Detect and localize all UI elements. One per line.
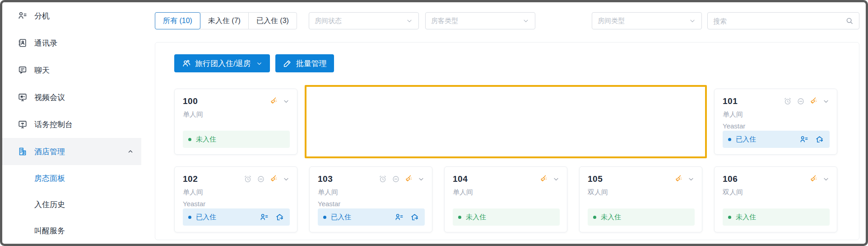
chevron-down-icon[interactable] [687,175,695,183]
status-badge: 未入住 [723,208,830,226]
room-grid: 100 单人间 未入住 101 [174,89,837,246]
room-number: 104 [453,174,468,184]
status-dot [323,216,326,219]
cleaning-broom-icon [269,97,279,106]
status-actions [799,135,824,144]
room-card[interactable]: 104 单人间 未入住 [444,166,567,232]
room-type: 单人间 [318,188,425,197]
sidebar-item-hotel-management[interactable]: 酒店管理 [2,138,141,165]
room-type: 单人间 [453,188,560,197]
guest-extension-icon[interactable] [260,213,269,222]
sidebar-subitem-checkin-history[interactable]: 入住历史 [2,191,141,218]
batch-manage-button[interactable]: 批量管理 [275,54,334,72]
chevron-up-icon[interactable] [127,148,134,155]
room-card-header: 103 [318,174,425,184]
room-card[interactable]: 100 单人间 未入住 [174,89,297,155]
cleaning-broom-icon [539,175,548,184]
room-indicator-icons [674,175,695,184]
status-text: 已入住 [736,135,756,144]
room-type-placeholder: 房间类型 [598,17,689,25]
dnd-icon [796,97,805,106]
sidebar-subitem-label: 房态面板 [34,173,65,184]
room-type-select[interactable]: 房间类型 [592,12,702,29]
room-card[interactable]: 109 套房 未入住 [444,244,567,246]
status-badge: 未入住 [183,131,290,148]
tour-group-icon [181,59,191,68]
status-dot [188,216,191,219]
chevron-down-icon[interactable] [552,175,560,183]
main-content: 所有 (10) 未入住 (7) 已入住 (3) 房间状态 房客类型 房间类型 [141,2,866,244]
chevron-down-icon[interactable] [283,175,290,183]
sidebar-subitem-room-status-panel[interactable]: 房态面板 [2,165,141,191]
cleaning-broom-icon [404,175,413,184]
status-badge: 已入住 [318,208,425,226]
status-actions [395,213,419,222]
sidebar-item-label: 酒店管理 [34,147,65,157]
room-number: 103 [318,174,333,184]
group-checkin-button[interactable]: 旅行团入住/退房 [174,54,270,72]
room-card[interactable]: 102 单人间 Yeastar 已入住 [174,166,297,232]
room-card[interactable]: 103 单人间 Yeastar 已入住 [309,166,432,232]
sidebar-item-chat[interactable]: 聊天 [2,57,141,84]
sidebar-subitem-wakeup-service[interactable]: 叫醒服务 [2,218,141,244]
sidebar-item-video-conference[interactable]: 视频会议 [2,84,141,111]
tab-vacant[interactable]: 未入住 (7) [200,12,249,29]
chevron-down-icon [406,17,413,24]
alarm-icon [243,175,252,184]
status-tab-group: 所有 (10) 未入住 (7) 已入住 (3) [155,12,297,29]
search-icon[interactable] [845,17,854,25]
room-card[interactable]: 106 双人间 未入住 [714,166,837,232]
room-guest: Yeastar [183,200,290,208]
status-dot [593,216,596,219]
guest-extension-icon[interactable] [799,135,809,144]
status-text: 未入住 [196,135,216,144]
chevron-down-icon [522,17,529,24]
chevron-down-icon[interactable] [822,175,830,183]
checkout-house-icon[interactable] [815,135,824,144]
contacts-icon [18,38,28,48]
sidebar: 分机 通讯录 聊天 视频会议 话务控制台 酒店管理 房态面板 入住历史 [2,2,141,244]
chevron-down-icon [256,60,263,67]
checkout-house-icon[interactable] [410,213,419,222]
sidebar-item-extensions[interactable]: 分机 [2,2,141,29]
app-window: 分机 通讯录 聊天 视频会议 话务控制台 酒店管理 房态面板 入住历史 [0,0,868,246]
chevron-down-icon[interactable] [283,98,290,105]
guest-type-select[interactable]: 房客类型 [425,12,535,29]
room-guest: Yeastar [723,122,830,130]
operator-panel-icon [18,119,28,129]
filter-bar: 所有 (10) 未入住 (7) 已入住 (3) 房间状态 房客类型 房间类型 [155,12,859,29]
group-checkin-label: 旅行团入住/退房 [195,58,251,69]
room-card[interactable]: 108 三人间 未入住 [309,244,432,246]
sidebar-item-operator-panel[interactable]: 话务控制台 [2,111,141,138]
sidebar-item-contacts[interactable]: 通讯录 [2,29,141,57]
room-card[interactable]: 107 三人间 未入住 [174,244,297,246]
search-input[interactable] [713,17,845,25]
room-indicator-icons [539,175,560,184]
guest-extension-icon[interactable] [395,213,404,222]
room-card-header: 100 [183,96,290,106]
chevron-down-icon[interactable] [822,98,830,105]
tab-all[interactable]: 所有 (10) [155,12,200,29]
room-type: 双人间 [588,188,695,197]
sidebar-item-label: 话务控制台 [34,119,73,130]
room-card[interactable]: 101 单人间 Yeastar 已入住 [714,89,837,155]
dnd-icon [391,175,400,184]
checkout-house-icon[interactable] [275,213,284,222]
guest-type-placeholder: 房客类型 [431,17,522,25]
room-number: 102 [183,174,198,184]
status-text: 未入住 [466,213,486,222]
tab-occupied[interactable]: 已入住 (3) [248,12,297,29]
room-number: 100 [183,96,198,106]
sidebar-item-label: 视频会议 [34,92,65,103]
video-conference-icon [18,92,28,102]
room-card[interactable]: 105 双人间 未入住 [579,166,702,232]
chevron-down-icon[interactable] [418,175,425,183]
status-badge: 未入住 [588,208,695,226]
room-status-select[interactable]: 房间状态 [309,12,419,29]
room-card-header: 105 [588,174,695,184]
room-indicator-icons [809,175,830,184]
room-indicator-icons [243,175,290,184]
room-number: 105 [588,174,603,184]
status-text: 未入住 [736,213,756,222]
room-indicator-icons [269,97,290,106]
